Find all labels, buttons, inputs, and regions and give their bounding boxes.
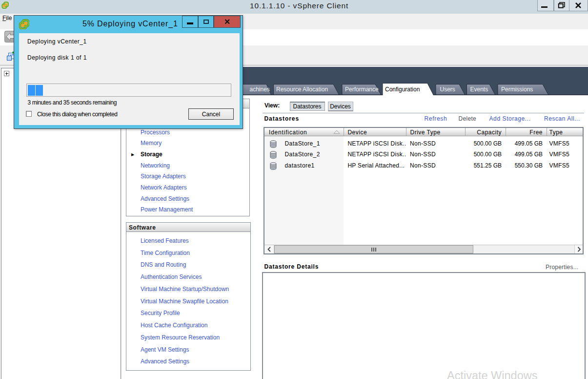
- svg-text:Configuration: Configuration: [385, 86, 420, 93]
- svg-text:achines: achines: [250, 86, 270, 93]
- svg-text:Resource Allocation: Resource Allocation: [276, 86, 328, 93]
- svg-text:Permissions: Permissions: [501, 86, 533, 93]
- svg-text:Users: Users: [440, 86, 455, 93]
- svg-text:Events: Events: [470, 86, 488, 93]
- svg-text:Performance: Performance: [345, 86, 379, 93]
